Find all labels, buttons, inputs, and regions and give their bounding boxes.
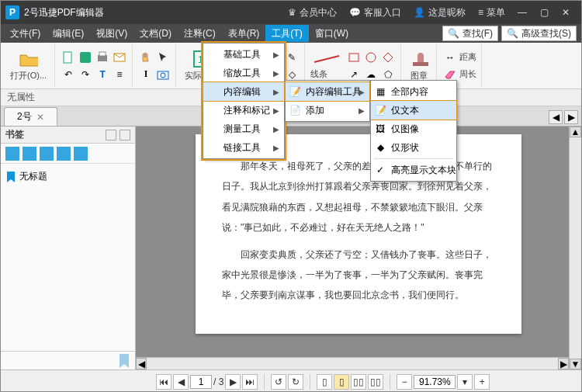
horizontal-scrollbar[interactable]: ◀ ▶ [136,357,569,369]
sidebar-close-button[interactable] [120,130,130,140]
zoom-in-button[interactable]: + [474,374,490,390]
member-center-button[interactable]: ♛会员中心 [282,1,343,24]
menu-form[interactable]: 表单(R) [222,25,266,42]
bm-del-button[interactable] [23,147,36,161]
hamburger-icon: ≡ [478,7,483,18]
mi-text-only[interactable]: 📝仅文本 [371,101,456,120]
menu-file[interactable]: 文件(F) [4,25,47,42]
list-tool-button[interactable]: ≡ [112,67,127,82]
bm-add-button[interactable] [5,147,19,161]
layout-single-button[interactable]: ▯ [317,374,332,390]
scroll-right-button[interactable]: ▶ [558,358,569,369]
tab-close-button[interactable]: ✕ [36,112,44,123]
rect-shape[interactable] [346,50,362,65]
bm-tool-5[interactable] [74,147,88,161]
new-doc-button[interactable] [61,50,76,65]
scroll-track[interactable] [570,137,581,359]
menu-view[interactable]: 视图(V) [90,25,133,42]
scroll-up-button[interactable]: ▲ [570,127,581,137]
line-options[interactable] [310,51,341,67]
search-icon: 🔍 [448,28,459,39]
poly-shape[interactable] [380,50,396,65]
text-tool-button[interactable]: T [95,67,110,82]
mi-all-content[interactable]: ▦全部内容 [371,82,456,101]
main-area: 书签 无标题 那年冬天，祖母死了，父亲的差使也交卸了，正是祸不单行的日子。我从北… [1,127,581,369]
zoom-out-button[interactable]: − [397,374,412,390]
svg-point-6 [161,73,165,78]
bm-tool-3[interactable] [40,147,54,161]
submenu-arrow-icon: ▶ [359,106,365,115]
text-select-button[interactable]: I [138,67,154,82]
menu-comment[interactable]: 注释(C) [178,25,222,42]
email-button[interactable] [112,50,127,65]
mi-content-edit-tool[interactable]: 📝内容编辑工具▶ [286,82,369,101]
mi-annot-tools[interactable]: 注释和标记▶ [203,101,284,120]
mi-content-edit[interactable]: 内容编辑▶ [203,82,284,101]
app-title: 2号迅捷PDF编辑器 [24,6,104,19]
bookmark-item[interactable]: 无标题 [5,168,130,185]
adv-find-button[interactable]: 🔍高级查找(S) [501,26,577,41]
bookmark-label: 无标题 [19,170,47,183]
open-button[interactable]: 打开(O)... [7,48,50,83]
layout-facing-cont-button[interactable]: ▯▯ [368,374,383,390]
mi-add[interactable]: 📄添加▶ [286,101,369,120]
menu-document[interactable]: 文档(D) [133,25,178,42]
menu-edit[interactable]: 编辑(E) [47,25,90,42]
all-icon: ▦ [374,85,386,98]
stamp-button[interactable]: 图章 [407,48,431,83]
user-icon: 👤 [414,7,425,18]
edit-doc-icon: 📝 [289,85,301,98]
prev-page-button[interactable]: ◀ [173,374,189,390]
mi-zoom-tools[interactable]: 缩放工具▶ [203,64,284,82]
last-page-button[interactable]: ⏭ [242,374,258,390]
svg-rect-0 [64,52,71,63]
close-button[interactable]: ✕ [555,1,577,24]
layout-facing-button[interactable]: ▯▯ [351,374,366,390]
rotate-right-button[interactable]: ↻ [288,374,303,390]
tab-scroll-right[interactable]: ▶ [564,110,578,124]
tab-scroll-left[interactable]: ◀ [549,110,563,124]
mi-shape-only[interactable]: ◆仅形状 [371,138,456,157]
scroll-down-button[interactable]: ▼ [570,359,581,369]
first-page-button[interactable]: ⏮ [156,374,171,390]
mi-highlight-text-block[interactable]: ✓高亮显示文本块 [371,161,456,179]
select-tool-button[interactable] [155,50,171,65]
nickname-label[interactable]: 👤这是昵称 [407,1,472,24]
mi-basic-tools[interactable]: 基础工具▶ [203,45,284,64]
layout-continuous-button[interactable]: ▯ [334,374,349,390]
main-menu-button[interactable]: ≡菜单 [472,1,511,24]
hand-tool-button[interactable] [138,50,154,65]
zoom-dropdown-button[interactable]: ▾ [457,374,473,390]
submenu-arrow-icon: ▶ [273,50,279,59]
document-view[interactable]: 那年冬天，祖母死了，父亲的差使也交卸了，正是祸不单行的日子。我从北京到徐州打算跟… [136,127,581,369]
undo-button[interactable]: ↶ [61,67,76,82]
menu-tools[interactable]: 工具(T) [265,25,308,42]
next-page-button[interactable]: ▶ [225,374,241,390]
save-button[interactable] [78,50,93,65]
submenu-arrow-icon: ▶ [273,88,279,96]
document-tab[interactable]: 2号 ✕ [4,107,57,126]
zoom-input[interactable] [414,375,456,389]
page-number-input[interactable] [190,375,212,389]
scroll-left-button[interactable]: ◀ [136,358,147,369]
scroll-track-h[interactable] [147,358,558,369]
sidebar-options-button[interactable] [106,130,116,140]
menu-window[interactable]: 窗口(W) [309,25,355,42]
distance-button[interactable]: ↔ [442,50,458,65]
rotate-left-button[interactable]: ↺ [271,374,286,390]
highlight-tool-button[interactable]: ✎ [284,50,300,65]
vertical-scrollbar[interactable]: ▲ ▼ [569,127,581,369]
mi-link-tools[interactable]: 链接工具▶ [203,138,284,157]
mi-image-only[interactable]: 🖼仅图像 [371,120,456,138]
redo-button[interactable]: ↷ [78,67,93,82]
circle-shape[interactable] [363,50,379,65]
mi-measure-tools[interactable]: 测量工具▶ [203,120,284,138]
minimize-button[interactable]: ― [511,1,533,24]
snapshot-button[interactable] [155,67,171,82]
support-button[interactable]: 💬客服入口 [343,1,407,24]
maximize-button[interactable]: ▢ [533,1,555,24]
bm-tool-4[interactable] [57,147,71,161]
find-button[interactable]: 🔍查找(F) [442,26,498,41]
crown-icon: ♛ [288,7,296,18]
print-button[interactable] [95,50,110,65]
